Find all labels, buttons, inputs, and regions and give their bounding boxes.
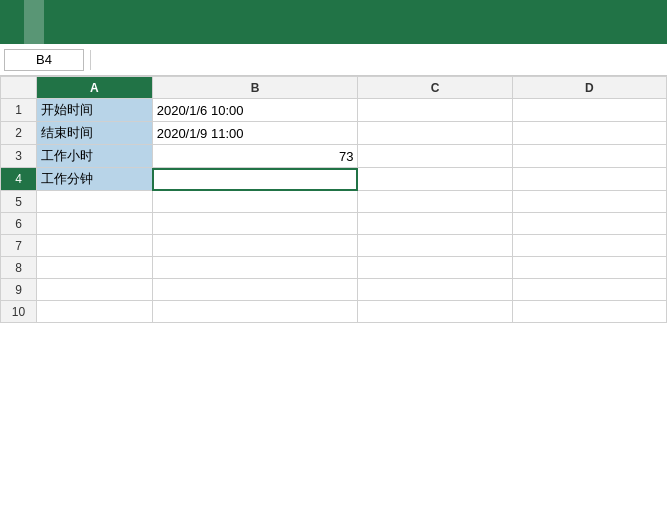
cell-8-2[interactable] — [152, 257, 358, 279]
menu-file[interactable] — [4, 0, 24, 44]
menu-bar — [0, 0, 667, 44]
cell-7-3[interactable] — [358, 235, 512, 257]
cell-4-2[interactable] — [152, 168, 358, 191]
row-header-9[interactable]: 9 — [1, 279, 37, 301]
formula-divider — [90, 50, 91, 70]
menu-home[interactable] — [24, 0, 44, 44]
row-header-6[interactable]: 6 — [1, 213, 37, 235]
cell-4-3[interactable] — [358, 168, 512, 191]
col-header-b[interactable]: B — [152, 77, 358, 99]
corner-header — [1, 77, 37, 99]
cancel-icon[interactable] — [97, 58, 105, 62]
cell-5-1[interactable] — [37, 191, 153, 213]
cell-1-4[interactable] — [512, 99, 666, 122]
cell-2-3[interactable] — [358, 122, 512, 145]
menu-extra[interactable] — [204, 0, 224, 44]
menu-help[interactable] — [184, 0, 204, 44]
cell-10-4[interactable] — [512, 301, 666, 323]
row-header-5[interactable]: 5 — [1, 191, 37, 213]
menu-insert[interactable] — [44, 0, 64, 44]
cell-10-2[interactable] — [152, 301, 358, 323]
row-header-2[interactable]: 2 — [1, 122, 37, 145]
row-header-3[interactable]: 3 — [1, 145, 37, 168]
cell-7-1[interactable] — [37, 235, 153, 257]
formula-input[interactable] — [137, 49, 663, 71]
row-header-7[interactable]: 7 — [1, 235, 37, 257]
cell-8-4[interactable] — [512, 257, 666, 279]
row-header-4[interactable]: 4 — [1, 168, 37, 191]
cell-1-3[interactable] — [358, 99, 512, 122]
cell-1-2[interactable]: 2020/1/6 10:00 — [152, 99, 358, 122]
cell-6-1[interactable] — [37, 213, 153, 235]
cell-2-1[interactable]: 结束时间 — [37, 122, 153, 145]
col-header-c[interactable]: C — [358, 77, 512, 99]
formula-icons — [97, 58, 133, 62]
cell-2-4[interactable] — [512, 122, 666, 145]
cell-6-3[interactable] — [358, 213, 512, 235]
menu-review[interactable] — [124, 0, 144, 44]
cell-9-2[interactable] — [152, 279, 358, 301]
cell-9-3[interactable] — [358, 279, 512, 301]
cell-1-1[interactable]: 开始时间 — [37, 99, 153, 122]
cell-4-1[interactable]: 工作分钟 — [37, 168, 153, 191]
menu-formula[interactable] — [84, 0, 104, 44]
cell-reference-box[interactable] — [4, 49, 84, 71]
cell-3-3[interactable] — [358, 145, 512, 168]
cell-7-2[interactable] — [152, 235, 358, 257]
cell-5-2[interactable] — [152, 191, 358, 213]
row-header-8[interactable]: 8 — [1, 257, 37, 279]
col-header-d[interactable]: D — [512, 77, 666, 99]
cell-2-2[interactable]: 2020/1/9 11:00 — [152, 122, 358, 145]
col-header-a[interactable]: A — [37, 77, 153, 99]
cell-8-3[interactable] — [358, 257, 512, 279]
formula-bar — [0, 44, 667, 76]
fx-icon[interactable] — [125, 58, 133, 62]
row-header-10[interactable]: 10 — [1, 301, 37, 323]
confirm-icon[interactable] — [111, 58, 119, 62]
menu-view[interactable] — [144, 0, 164, 44]
cell-3-1[interactable]: 工作小时 — [37, 145, 153, 168]
cell-3-4[interactable] — [512, 145, 666, 168]
cell-10-1[interactable] — [37, 301, 153, 323]
cell-9-1[interactable] — [37, 279, 153, 301]
menu-developer[interactable] — [164, 0, 184, 44]
cell-6-4[interactable] — [512, 213, 666, 235]
cell-6-2[interactable] — [152, 213, 358, 235]
cell-5-4[interactable] — [512, 191, 666, 213]
row-header-1[interactable]: 1 — [1, 99, 37, 122]
spreadsheet-grid: A B C D 1开始时间2020/1/6 10:002结束时间2020/1/9… — [0, 76, 667, 323]
cell-10-3[interactable] — [358, 301, 512, 323]
menu-data[interactable] — [104, 0, 124, 44]
cell-8-1[interactable] — [37, 257, 153, 279]
cell-3-2[interactable]: 73 — [152, 145, 358, 168]
cell-5-3[interactable] — [358, 191, 512, 213]
cell-4-4[interactable] — [512, 168, 666, 191]
cell-7-4[interactable] — [512, 235, 666, 257]
cell-9-4[interactable] — [512, 279, 666, 301]
menu-page-layout[interactable] — [64, 0, 84, 44]
